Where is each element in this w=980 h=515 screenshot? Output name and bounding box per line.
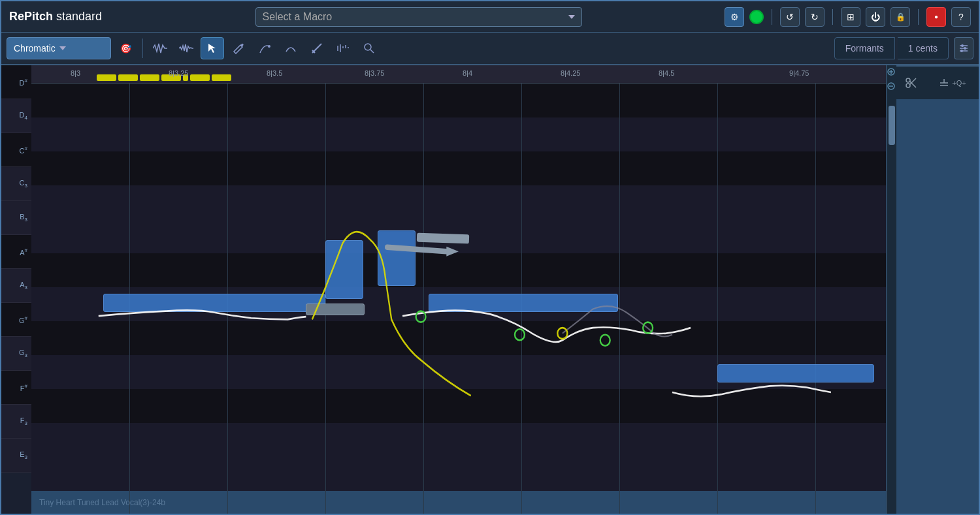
note-block-4[interactable]: [429, 294, 618, 312]
erase-tool-button[interactable]: [305, 37, 329, 59]
ruler-mark-8-4-25: 8|4.25: [561, 69, 580, 77]
undo-button[interactable]: ↺: [780, 7, 800, 27]
tune-icon: [958, 43, 969, 54]
zoom-label: +Q+: [952, 79, 966, 87]
note-block-2[interactable]: [325, 240, 363, 299]
svg-point-19: [960, 50, 963, 52]
waveform-tool-button[interactable]: [148, 37, 172, 59]
waveform3-icon: [336, 42, 350, 54]
select-tool-button[interactable]: [201, 37, 224, 59]
app-title-bold: RePitch: [9, 10, 53, 23]
timeline-ruler: 8|3 8|3.25 8|3.5 8|3.75 8|4 8|4.25 8|4.5…: [31, 65, 886, 84]
yellow-marker: [212, 74, 231, 81]
svg-point-15: [961, 44, 964, 47]
waveform-zoom-icon[interactable]: [939, 78, 949, 88]
ruler-mark-8-4-5: 8|4.5: [659, 69, 674, 77]
waveform-icon: [153, 42, 167, 54]
power-icon: ⏻: [871, 12, 880, 22]
search-tool-button[interactable]: [357, 37, 381, 59]
cents-label: 1 cents: [908, 43, 938, 54]
grid-row-d4: [31, 117, 886, 151]
key-b3: B3: [1, 201, 31, 235]
grid-row-f3: [31, 423, 886, 457]
help-button[interactable]: ?: [951, 7, 971, 27]
ruler-mark-8-3-75: 8|3.75: [365, 69, 384, 77]
vline-4: [423, 84, 424, 514]
key-a3: A3: [1, 269, 31, 303]
yellow-marker: [97, 74, 116, 81]
grid-row-e3: [31, 457, 886, 491]
separator-3: [918, 9, 919, 25]
scroll-thumb[interactable]: [889, 106, 895, 145]
main-content: D# D4 C# C3 B3: [1, 65, 979, 514]
note-block-1[interactable]: [103, 294, 325, 312]
yellow-marker: [118, 74, 138, 81]
vline-6: [619, 84, 620, 514]
ruler-mark-8-3-5: 8|3.5: [267, 69, 282, 77]
lock-button[interactable]: 🔒: [890, 7, 910, 27]
scissors-icon: [905, 76, 918, 89]
search-icon: [363, 42, 375, 54]
macro-dropdown-label: Select a Macro: [263, 11, 333, 23]
macro-chevron-icon: [568, 15, 575, 19]
separator-2: [832, 9, 833, 25]
record-button[interactable]: ●: [926, 7, 946, 27]
ruler-mark-8-3-25: 8|3.25: [169, 69, 188, 77]
erase-icon: [311, 42, 323, 54]
note-block-5[interactable]: [717, 364, 874, 382]
select-arrow-icon: [207, 42, 218, 54]
key-g3: G3: [1, 337, 31, 371]
key-e3: E3: [1, 439, 31, 473]
undo-icon: ↺: [786, 12, 794, 22]
power-button[interactable]: ⏻: [866, 7, 885, 27]
draw-tool-button[interactable]: [253, 37, 276, 59]
pencil-tool-button[interactable]: [227, 37, 250, 59]
record-icon: ●: [934, 13, 938, 20]
transport-zoom-controls: +Q+: [926, 78, 979, 88]
curve-icon: [285, 42, 297, 54]
settings-tune-button[interactable]: [954, 37, 973, 59]
note-block-gray-1[interactable]: [306, 304, 365, 315]
right-scrollbar[interactable]: [886, 65, 896, 514]
help-icon: ?: [958, 12, 964, 22]
waveform3-tool-button[interactable]: [331, 37, 355, 59]
filter-button[interactable]: ⚙: [725, 7, 744, 27]
filter-icon: ⚙: [730, 12, 739, 22]
vline-8: [815, 84, 816, 514]
vline-7: [717, 84, 718, 514]
yellow-marker: [190, 74, 210, 81]
grid-button[interactable]: ⊞: [841, 7, 860, 27]
redo-icon: ↻: [811, 12, 819, 22]
svg-point-12: [365, 44, 371, 50]
piano-keys: D# D4 C# C3 B3: [1, 65, 31, 514]
key-c-sharp: C#: [1, 133, 31, 167]
snap-tool-button[interactable]: 🎯: [114, 37, 137, 59]
key-c3: C3: [1, 167, 31, 201]
grid-row-c-sharp: [31, 151, 886, 185]
key-f3: F3: [1, 405, 31, 439]
redo-button[interactable]: ↻: [805, 7, 825, 27]
curve-tool-button[interactable]: [279, 37, 302, 59]
piano-roll-grid: Tiny Heart Tuned Lead Vocal(3)-24b: [31, 84, 886, 514]
status-indicator: [749, 10, 764, 24]
formants-button[interactable]: Formants: [834, 37, 895, 59]
yellow-markers: [97, 74, 231, 81]
app-title-light: standard: [53, 10, 102, 23]
ruler-mark-9-4-75: 9|4.75: [789, 69, 809, 77]
yellow-marker: [140, 74, 159, 81]
scale-dropdown[interactable]: Chromatic: [7, 37, 111, 59]
note-block-3[interactable]: [378, 230, 416, 286]
grid-row-d-sharp: [31, 84, 886, 117]
top-toolbar: RePitch standard Select a Macro ⚙ ↺ ↻ ⊞ …: [1, 1, 979, 33]
zoom-minus-icon[interactable]: [887, 82, 896, 91]
note-handle-1: [417, 233, 469, 244]
app-container: RePitch standard Select a Macro ⚙ ↺ ↻ ⊞ …: [0, 0, 980, 515]
zoom-in-icon[interactable]: [887, 68, 896, 77]
transport-cut-button[interactable]: [896, 76, 926, 89]
macro-dropdown[interactable]: Select a Macro: [255, 7, 582, 27]
svg-line-13: [370, 50, 374, 53]
waveform2-tool-button[interactable]: [174, 37, 198, 59]
grid-row-a-sharp: [31, 253, 886, 287]
svg-point-2: [268, 45, 270, 48]
app-title: RePitch standard: [9, 10, 102, 23]
